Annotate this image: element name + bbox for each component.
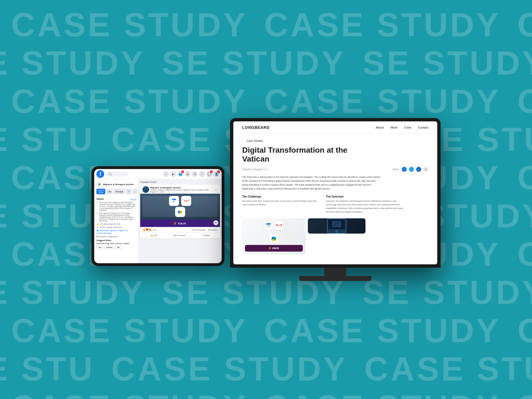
page-title: Digital Transformation at the Vatican [242, 146, 375, 163]
outcome-title: The Outcome [326, 195, 403, 198]
gcal-badge: 31 [264, 221, 273, 230]
slack-text-desktop: slack [272, 247, 279, 250]
google-drive-icon [175, 207, 185, 217]
facebook-sidebar: ⚙ Migrants & Refugees Section Watch Vide… [94, 179, 139, 263]
share-label: Share: [392, 168, 400, 171]
yes-button[interactable]: Yes [96, 245, 103, 249]
two-column-section: The Challenge We had to start from scrat… [242, 195, 403, 214]
no-button[interactable]: No [115, 245, 122, 249]
comments-shares: 444 Comments · 991 Shares [192, 229, 218, 231]
gmail-badge [275, 221, 283, 230]
image-grid: 31 [242, 218, 428, 254]
share-section: Share: f t in ✉ [392, 167, 428, 172]
about-text-2: The Vatican Dicastery for Promoting Inte… [99, 212, 136, 222]
nav-links: About Work Crew Contact [376, 126, 428, 129]
post-more-icon[interactable]: ··· [214, 187, 218, 192]
svg-rect-7 [276, 223, 282, 227]
likes-stat: 👍 151,886 people like this [96, 223, 136, 225]
monitor-stand-base [299, 276, 371, 281]
website-link[interactable]: 🌐 http://www.migrants-refugees.va/ [96, 229, 136, 232]
facebook-friends-icon[interactable]: 👥 2 [177, 171, 183, 177]
suggest-buttons: Yes Unsure No [96, 245, 136, 249]
more-options-button[interactable]: ··· [132, 189, 137, 194]
edit-icon[interactable]: ✏ [213, 220, 218, 225]
svg-rect-5 [266, 223, 271, 224]
pinned-post-label: PINNED POST [140, 181, 220, 183]
about-section-title: About [96, 198, 104, 200]
gmail-icon [181, 196, 191, 206]
google-calendar-icon: 31 [169, 196, 179, 206]
nav-crew[interactable]: Crew [404, 126, 411, 129]
svg-rect-3 [183, 199, 189, 203]
tablet-frame: f 🔍 ⌂ ▶ 👥 2 ⊞ ☰ + 💬 2 [91, 166, 224, 266]
svg-rect-9 [282, 224, 282, 227]
page-action-buttons: Watch Video Like Message 🔍 ··· [96, 189, 136, 194]
follows-stat: 👁 156,511 people follow this [96, 226, 136, 228]
slack-bar: # slack [140, 220, 220, 227]
page-header: ⚙ Migrants & Refugees Section [96, 181, 136, 187]
facebook-search-input[interactable]: 🔍 [106, 172, 128, 177]
about-item-1: ① The Holy See's Migrants and Refugees S… [96, 201, 136, 211]
site-url: migrants-refugees.va ↗ [242, 168, 268, 171]
tools-image-card: 31 [242, 218, 306, 254]
post-image: 31 [140, 194, 220, 227]
svg-rect-1 [172, 199, 176, 200]
search-button[interactable]: 🔍 [126, 189, 132, 194]
breadcrumb: ← Case Studies [242, 139, 428, 142]
breadcrumb-link[interactable]: Case Studies [247, 139, 263, 142]
facebook-messenger-icon[interactable]: 💬 21 [206, 171, 212, 177]
monitor-screen: LONGBEARD About Work Crew Contact ← Case… [233, 121, 437, 264]
tablet-screen: f 🔍 ⌂ ▶ 👥 2 ⊞ ☰ + 💬 2 [94, 169, 222, 263]
nav-contact[interactable]: Contact [418, 126, 428, 129]
facebook-menu-icon[interactable]: ☰ [192, 171, 198, 177]
outcome-column: The Outcome Success! The Migrants and Re… [326, 195, 403, 214]
about-item-2: ② The Vatican Dicastery for Promoting In… [96, 212, 136, 222]
send-message-link[interactable]: ✉ Send Message [96, 232, 136, 234]
site-main-content: ← Case Studies Digital Transformation at… [233, 134, 437, 264]
facebook-home-icon[interactable]: ⌂ [163, 171, 169, 177]
tablet-mockup-card [308, 218, 366, 234]
monitor-device: LONGBEARD About Work Crew Contact ← Case… [230, 118, 441, 281]
meta-row: migrants-refugees.va ↗ Share: f t in ✉ [242, 167, 428, 172]
share-linkedin-icon[interactable]: in [416, 167, 421, 172]
watch-video-button[interactable]: Watch Video [96, 189, 105, 194]
facebook-groups-icon[interactable]: ⊞ [185, 171, 191, 177]
facebook-profile-icon[interactable]: 👤 3 [213, 171, 219, 177]
slack-hash-icon: # [174, 221, 176, 226]
messenger-badge: 21 [210, 170, 213, 173]
facebook-add-icon[interactable]: + [199, 171, 205, 177]
slack-hash-icon-desktop: # [269, 246, 271, 250]
facebook-watch-icon[interactable]: ▶ [170, 171, 176, 177]
reaction-summary: 👍❤️😮 6.1K [142, 228, 156, 231]
reaction-count: 6.1K [152, 229, 156, 231]
monitor-stand-neck [324, 268, 346, 276]
post-share-button[interactable]: ↗ Share [200, 233, 211, 237]
page-icon: ⚙ [96, 181, 102, 187]
post-meta: Migrants & Refugees Section posted a vid… [150, 186, 213, 193]
share-twitter-icon[interactable]: t [409, 167, 414, 172]
post-action-text: posted a video to playlist World Day of … [150, 189, 213, 191]
site-logo: LONGBEARD [242, 125, 270, 130]
nav-work[interactable]: Work [390, 126, 397, 129]
share-email-icon[interactable]: ✉ [423, 167, 428, 172]
svg-rect-8 [276, 224, 277, 227]
unsure-button[interactable]: Unsure [104, 245, 114, 249]
challenge-column: The Challenge We had to start from scrat… [242, 195, 319, 214]
page-name: Migrants & Refugees Section [103, 183, 134, 186]
share-facebook-icon[interactable]: f [402, 167, 407, 172]
slack-badge: # slack [245, 245, 303, 252]
facebook-feed: PINNED POST Migrants & Refugees Section … [139, 179, 222, 263]
post-like-button[interactable]: 👍 Like [149, 233, 159, 237]
nav-about[interactable]: About [376, 126, 384, 129]
like-button[interactable]: Like [106, 189, 113, 194]
body-text: The Pope has a special place in his hear… [242, 175, 381, 191]
post-avatar [142, 186, 149, 193]
facebook-content: ⚙ Migrants & Refugees Section Watch Vide… [94, 179, 222, 263]
message-button[interactable]: Message [114, 189, 125, 194]
slack-label: slack [178, 222, 186, 225]
see-all-link[interactable]: See All [130, 199, 136, 201]
facebook-nav-icons: ⌂ ▶ 👥 2 ⊞ ☰ + 💬 21 👤 [163, 171, 219, 177]
site-navigation: LONGBEARD About Work Crew Contact [233, 121, 437, 134]
post-header: Migrants & Refugees Section posted a vid… [140, 185, 220, 194]
post-comment-button[interactable]: 💬 Comment [172, 233, 187, 237]
